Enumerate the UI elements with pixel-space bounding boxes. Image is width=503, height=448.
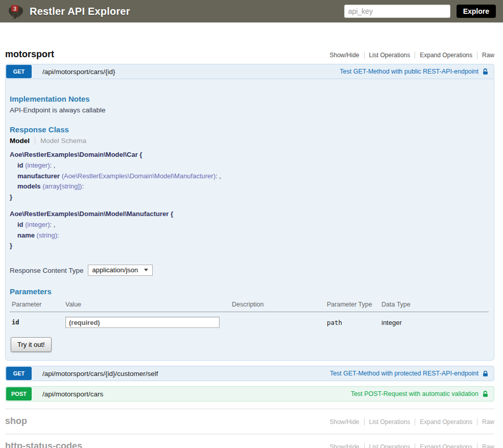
- endpoint-get-customer-self: GET /api/motorsport/cars/{id}/customer/s…: [5, 366, 494, 381]
- section-nav-motorsport: Show/Hide List Operations Expand Operati…: [325, 52, 495, 60]
- parameter-row-id: id path integer: [10, 312, 489, 331]
- http-method-badge: GET: [6, 65, 32, 78]
- parameters-heading: Parameters: [10, 287, 489, 296]
- endpoint-path-link[interactable]: /api/motorsport/cars: [42, 390, 103, 398]
- endpoint-test-link[interactable]: Test GET-Method with public REST-API-end…: [340, 68, 489, 76]
- raw-link[interactable]: Raw: [477, 52, 494, 59]
- http-method-badge: GET: [6, 367, 32, 380]
- unlock-icon: [482, 68, 489, 76]
- endpoint-expanded-content: Implementation Notes API-Endpoint is alw…: [5, 79, 494, 361]
- parameter-type: path: [325, 312, 379, 331]
- api-key-input[interactable]: [344, 5, 450, 18]
- show-hide-link[interactable]: Show/Hide: [325, 418, 364, 426]
- try-it-out-button[interactable]: Try it out!: [11, 337, 52, 352]
- top-header-bar: 3 Restler API Explorer Explore: [0, 0, 503, 22]
- explore-button[interactable]: Explore: [457, 5, 496, 18]
- endpoint-path-link[interactable]: /api/motorsport/cars/{id}/customer/self: [42, 370, 158, 378]
- endpoint-test-link[interactable]: Test GET-Method with protected REST-API-…: [330, 370, 489, 378]
- list-operations-link[interactable]: List Operations: [364, 52, 415, 59]
- tab-model-schema[interactable]: Model Schema: [35, 137, 86, 145]
- response-content-type-label: Response Content Type: [10, 267, 84, 274]
- parameter-data-type: integer: [379, 312, 489, 331]
- endpoint-header[interactable]: GET /api/motorsport/cars/{id}/customer/s…: [5, 366, 494, 381]
- col-header-description: Description: [230, 299, 325, 312]
- restler-logo-icon: 3: [7, 3, 25, 20]
- list-operations-link[interactable]: List Operations: [364, 443, 415, 448]
- section-title-motorsport: motorsport: [5, 49, 54, 60]
- endpoint-test-link[interactable]: Test POST-Request with automatic validat…: [351, 390, 489, 398]
- parameter-name: id: [10, 312, 63, 331]
- section-header-http-status-codes: http-status-codes Show/Hide List Operati…: [5, 441, 494, 448]
- section-title-http-status-codes: http-status-codes: [5, 441, 82, 448]
- expand-operations-link[interactable]: Expand Operations: [415, 443, 477, 448]
- col-header-parameter-type: Parameter Type: [325, 299, 379, 312]
- section-title-shop: shop: [5, 416, 27, 427]
- response-content-type-select[interactable]: application/json: [88, 265, 153, 276]
- endpoint-get-cars-id: GET /api/motorsport/cars/{id} Test GET-M…: [5, 64, 494, 361]
- model-signature-car: Aoe\RestlerExamples\Domain\Model\Car { i…: [10, 150, 489, 203]
- col-header-data-type: Data Type: [379, 299, 489, 312]
- show-hide-link[interactable]: Show/Hide: [325, 52, 364, 59]
- unlock-icon: [482, 390, 489, 398]
- section-nav-shop: Show/Hide List Operations Expand Operati…: [325, 418, 495, 427]
- section-divider: [5, 434, 494, 434]
- endpoint-header[interactable]: GET /api/motorsport/cars/{id} Test GET-M…: [5, 64, 494, 79]
- parameters-table: Parameter Value Description Parameter Ty…: [10, 299, 489, 330]
- section-header-motorsport: motorsport Show/Hide List Operations Exp…: [5, 49, 494, 60]
- endpoint-path-link[interactable]: /api/motorsport/cars/{id}: [42, 68, 115, 76]
- section-header-shop: shop Show/Hide List Operations Expand Op…: [5, 416, 494, 427]
- parameter-description: [230, 312, 325, 331]
- parameters-table-header-row: Parameter Value Description Parameter Ty…: [10, 299, 489, 312]
- show-hide-link[interactable]: Show/Hide: [325, 443, 364, 448]
- model-tabs: Model Model Schema: [10, 137, 489, 145]
- app-title: Restler API Explorer: [30, 6, 130, 17]
- svg-text:3: 3: [13, 6, 16, 12]
- raw-link[interactable]: Raw: [477, 443, 494, 448]
- endpoint-header[interactable]: POST /api/motorsport/cars Test POST-Requ…: [5, 386, 494, 402]
- expand-operations-link[interactable]: Expand Operations: [415, 418, 477, 426]
- response-class-heading: Response Class: [10, 125, 489, 134]
- endpoint-post-cars: POST /api/motorsport/cars Test POST-Requ…: [5, 386, 494, 402]
- list-operations-link[interactable]: List Operations: [364, 418, 415, 426]
- tab-model[interactable]: Model: [10, 137, 35, 145]
- parameter-value-input[interactable]: [65, 317, 220, 328]
- chevron-down-icon: [144, 269, 148, 271]
- implementation-notes-heading: Implementation Notes: [10, 95, 489, 103]
- section-nav-http-status-codes: Show/Hide List Operations Expand Operati…: [325, 443, 495, 448]
- raw-link[interactable]: Raw: [477, 418, 494, 426]
- http-method-badge: POST: [6, 387, 32, 400]
- implementation-notes-text: API-Endpoint is always callable: [10, 106, 489, 114]
- col-header-parameter: Parameter: [10, 299, 63, 312]
- col-header-value: Value: [63, 299, 230, 312]
- lock-icon: [482, 370, 489, 378]
- expand-operations-link[interactable]: Expand Operations: [415, 52, 477, 59]
- model-signature-manufacturer: Aoe\RestlerExamples\Domain\Model\Manufac…: [10, 209, 489, 251]
- section-divider: [5, 409, 494, 409]
